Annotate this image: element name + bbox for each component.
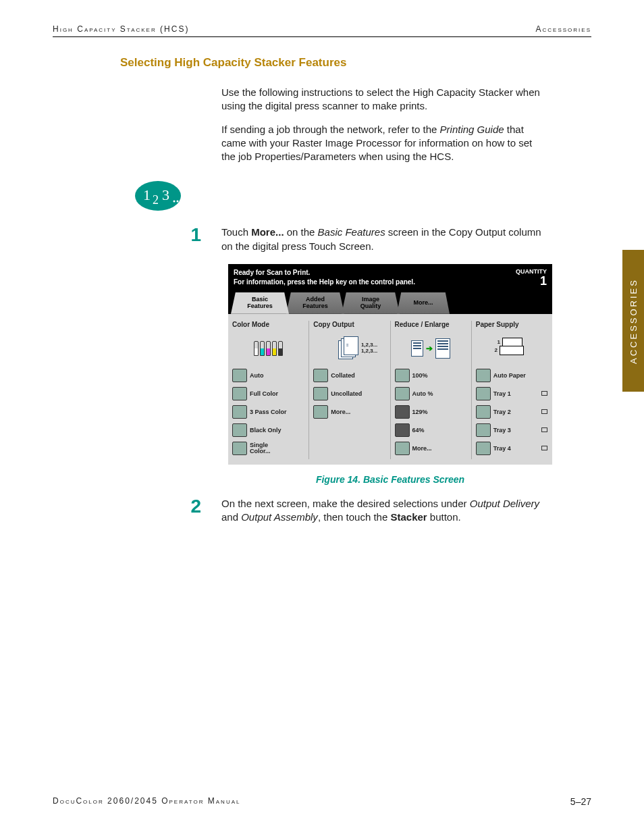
touch-screen: Ready for Scan to Print. For information… (228, 264, 552, 465)
color-mode-icon (232, 333, 304, 364)
figure-basic-features: Ready for Scan to Print. For information… (228, 264, 591, 465)
paper-supply-icon: 1 2 (476, 333, 548, 364)
tab-bar: Basic Features Added Features Image Qual… (228, 292, 552, 314)
btn-auto-paper[interactable] (476, 369, 491, 382)
intro-para-2: If sending a job through the network, re… (221, 123, 544, 164)
btn-re-more[interactable] (395, 442, 410, 455)
step-number-1: 1 (53, 226, 221, 244)
btn-black-only[interactable] (232, 423, 247, 437)
tray-flag-icon (541, 409, 547, 414)
btn-tray-1[interactable] (476, 387, 491, 400)
status-text: Ready for Scan to Print. For information… (234, 268, 415, 287)
col-title-color-mode: Color Mode (232, 321, 304, 329)
svg-point-4 (173, 201, 176, 203)
btn-129pct[interactable] (395, 405, 410, 419)
svg-text:2: 2 (153, 193, 159, 207)
tray-flag-icon (541, 391, 547, 396)
svg-point-6 (180, 201, 182, 203)
step-body-2: On the next screen, make the desired sel… (221, 497, 544, 525)
svg-point-5 (177, 201, 179, 203)
tab-more[interactable]: More... (397, 292, 450, 314)
tray-flag-icon (541, 427, 547, 432)
btn-copy-more[interactable] (313, 405, 328, 419)
col-color-mode: Color Mode Auto Full Color 3 Pass Color … (228, 321, 309, 459)
btn-64pct[interactable] (395, 423, 410, 437)
copy-output-icon: ≡ 1,2,3... 1,2,3... (313, 333, 385, 364)
steps-icon: 1 2 3 (134, 177, 591, 217)
btn-100pct[interactable] (395, 369, 410, 382)
btn-single-color[interactable] (232, 442, 247, 455)
step-body-1: Touch More... on the Basic Features scre… (221, 226, 544, 253)
page-footer: DocuColor 2060/2045 Operator Manual 5–27 (53, 796, 591, 807)
btn-tray-3[interactable] (476, 423, 491, 437)
svg-text:3: 3 (162, 186, 169, 203)
step-2: 2 On the next screen, make the desired s… (53, 497, 591, 525)
btn-auto-color[interactable] (232, 369, 247, 382)
btn-collated[interactable] (313, 369, 328, 382)
figure-caption: Figure 14. Basic Features Screen (228, 474, 552, 485)
section-title: Selecting High Capacity Stacker Features (120, 56, 591, 70)
header-left: High Capacity Stacker (HCS) (53, 24, 189, 34)
side-tab-accessories: ACCESSORIES (622, 250, 644, 392)
btn-3pass-color[interactable] (232, 405, 247, 419)
tray-flag-icon (541, 446, 547, 450)
btn-uncollated[interactable] (313, 387, 328, 400)
page-header: High Capacity Stacker (HCS) Accessories (53, 24, 591, 37)
col-paper-supply: Paper Supply 1 2 Auto Paper Tray 1 Tray … (472, 321, 552, 459)
quantity-display: QUANTITY 1 (516, 268, 547, 287)
col-title-reduce-enlarge: Reduce / Enlarge (395, 321, 467, 329)
tab-image-quality[interactable]: Image Quality (342, 292, 400, 314)
col-title-copy-output: Copy Output (313, 321, 385, 329)
tab-added-features[interactable]: Added Features (286, 292, 344, 314)
svg-text:1: 1 (143, 186, 151, 203)
step-number-2: 2 (53, 497, 221, 516)
col-title-paper-supply: Paper Supply (476, 321, 548, 329)
intro-para-1: Use the following instructions to select… (221, 86, 544, 113)
btn-auto-pct[interactable] (395, 387, 410, 400)
footer-manual-title: DocuColor 2060/2045 Operator Manual (53, 796, 240, 807)
col-copy-output: Copy Output ≡ 1,2,3... 1,2,3... Collated… (309, 321, 390, 459)
header-right: Accessories (536, 24, 591, 34)
btn-full-color[interactable] (232, 387, 247, 400)
btn-tray-4[interactable] (476, 442, 491, 455)
btn-tray-2[interactable] (476, 405, 491, 419)
tab-basic-features[interactable]: Basic Features (231, 292, 289, 314)
reduce-enlarge-icon: ➔ (395, 333, 467, 364)
step-1: 1 Touch More... on the Basic Features sc… (53, 226, 591, 253)
col-reduce-enlarge: Reduce / Enlarge ➔ 100% Auto % 129% 64% … (391, 321, 472, 459)
footer-page-number: 5–27 (570, 796, 591, 807)
